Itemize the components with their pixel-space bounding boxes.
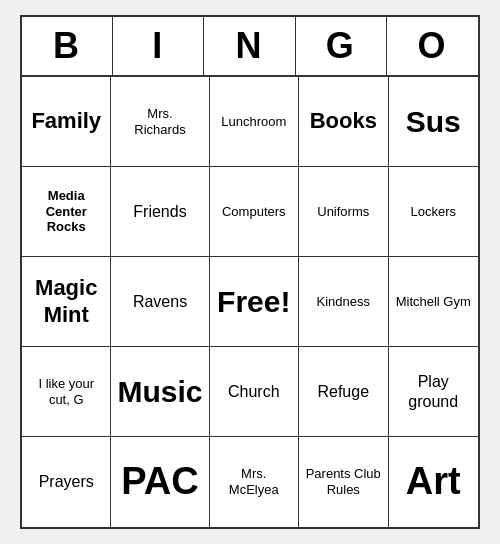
bingo-cell-21: PAC: [111, 437, 209, 527]
bingo-cell-9: Lockers: [389, 167, 479, 257]
bingo-cell-24: Art: [389, 437, 479, 527]
bingo-header: BINGO: [22, 17, 478, 77]
bingo-cell-7: Computers: [210, 167, 300, 257]
bingo-cell-2: Lunchroom: [210, 77, 300, 167]
bingo-cell-22: Mrs.McElyea: [210, 437, 300, 527]
bingo-cell-23: Parents Club Rules: [299, 437, 388, 527]
header-letter-i: I: [113, 17, 204, 75]
bingo-cell-20: Prayers: [22, 437, 111, 527]
bingo-cell-14: Mitchell Gym: [389, 257, 479, 347]
bingo-cell-16: Music: [111, 347, 209, 437]
bingo-cell-18: Refuge: [299, 347, 388, 437]
bingo-cell-5: Media Center Rocks: [22, 167, 111, 257]
header-letter-o: O: [387, 17, 478, 75]
header-letter-g: G: [296, 17, 387, 75]
bingo-cell-13: Kindness: [299, 257, 388, 347]
bingo-cell-12: Free!: [210, 257, 300, 347]
bingo-cell-11: Ravens: [111, 257, 209, 347]
bingo-cell-4: Sus: [389, 77, 479, 167]
bingo-cell-6: Friends: [111, 167, 209, 257]
bingo-cell-17: Church: [210, 347, 300, 437]
header-letter-n: N: [204, 17, 295, 75]
bingo-cell-15: I like your cut, G: [22, 347, 111, 437]
bingo-cell-1: Mrs.Richards: [111, 77, 209, 167]
header-letter-b: B: [22, 17, 113, 75]
bingo-card: BINGO FamilyMrs.RichardsLunchroomBooksSu…: [20, 15, 480, 529]
bingo-grid: FamilyMrs.RichardsLunchroomBooksSusMedia…: [22, 77, 478, 527]
bingo-cell-10: Magic Mint: [22, 257, 111, 347]
bingo-cell-3: Books: [299, 77, 388, 167]
bingo-cell-8: Uniforms: [299, 167, 388, 257]
bingo-cell-0: Family: [22, 77, 111, 167]
bingo-cell-19: Play ground: [389, 347, 479, 437]
